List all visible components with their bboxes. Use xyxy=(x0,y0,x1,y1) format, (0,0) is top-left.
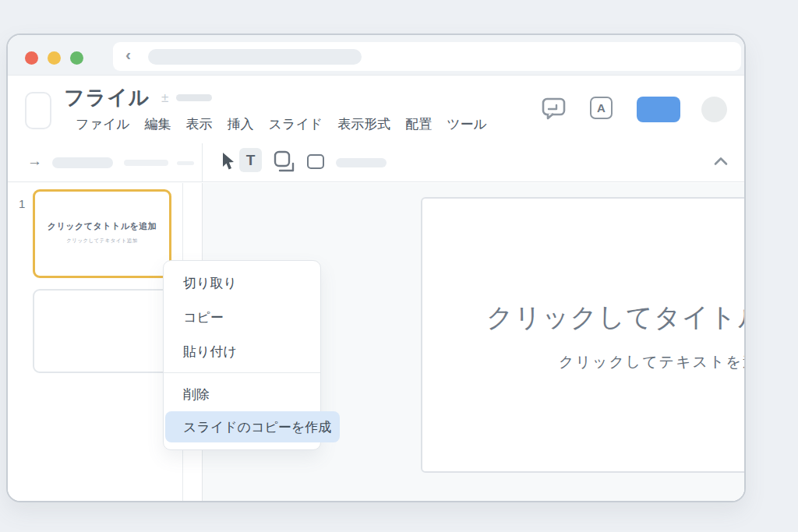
toolbar-placeholder-1 xyxy=(52,157,113,168)
browser-chrome-bar: ‹ xyxy=(113,42,741,71)
title-status-placeholder xyxy=(176,94,212,101)
shape-tool-icon[interactable] xyxy=(307,154,324,169)
toolbar-placeholder-2 xyxy=(124,160,168,166)
comment-icon[interactable] xyxy=(542,97,567,121)
avatar[interactable] xyxy=(701,97,727,122)
app-header: フライル ± ファイル 編集 表示 挿入 スライド 表示形式 配置 ツール A xyxy=(8,76,744,143)
header-actions: A xyxy=(542,76,744,143)
toolbar-divider xyxy=(202,143,203,181)
context-menu-item-duplicate-slide-label: スライドのコピーを作成 xyxy=(183,418,331,436)
context-menu-item-paste[interactable]: 貼り付け xyxy=(183,343,237,361)
back-icon[interactable]: ‹ xyxy=(125,45,131,64)
text-format-icon[interactable]: A xyxy=(590,97,613,119)
menu-view[interactable]: 表示 xyxy=(186,115,213,133)
browser-titlebar: ‹ xyxy=(8,35,744,76)
toolbar: → T xyxy=(8,143,744,182)
slide-body-placeholder[interactable]: クリックしてテキストを追加 xyxy=(422,352,746,372)
minimize-window-button[interactable] xyxy=(48,51,61,65)
slide-thumbnail-1[interactable]: クリックてタトトルを追加 クリックしてテキタイト追加 xyxy=(33,189,171,278)
menu-slide[interactable]: スライド xyxy=(269,115,323,133)
collapse-toolbar-icon[interactable] xyxy=(713,156,729,167)
thumbnail-title-text: クリックてタトトルを追加 xyxy=(48,220,157,232)
toolbar-placeholder-4 xyxy=(336,158,387,167)
menu-tools[interactable]: ツール xyxy=(447,115,487,133)
slide-number: 1 xyxy=(19,197,25,210)
workspace: クリックしてタイトルを追加 クリックしてテキストを追加 1 クリックてタトトルを… xyxy=(8,183,744,501)
browser-window: ‹ フライル ± ファイル 編集 表示 挿入 スライド 表示形式 配置 ツール … xyxy=(6,33,746,502)
context-menu-item-copy[interactable]: コピー xyxy=(183,308,224,326)
sidebar-arrow-icon[interactable]: → xyxy=(27,153,42,170)
menu-edit[interactable]: 編集 xyxy=(145,115,171,133)
document-title[interactable]: フライル xyxy=(64,84,150,111)
context-menu-item-delete[interactable]: 削除 xyxy=(183,386,210,403)
address-bar[interactable] xyxy=(148,49,362,65)
select-tool-icon[interactable] xyxy=(221,152,235,172)
app-logo xyxy=(25,92,51,129)
thumbnail-subtitle-text: クリックしてテキタイト追加 xyxy=(66,238,137,245)
menubar: ファイル 編集 表示 挿入 スライド 表示形式 配置 ツール xyxy=(76,115,487,133)
menu-insert[interactable]: 挿入 xyxy=(228,115,254,133)
context-menu-divider xyxy=(164,372,320,373)
zoom-window-button[interactable] xyxy=(70,51,83,65)
slide-title-placeholder[interactable]: クリックしてタイトルを追加 xyxy=(422,300,746,336)
menu-arrange[interactable]: 配置 xyxy=(405,115,432,133)
share-button[interactable] xyxy=(637,97,680,122)
slide-canvas[interactable]: クリックしてタイトルを追加 クリックしてテキストを追加 xyxy=(421,197,746,473)
slide-thumbnail-2[interactable] xyxy=(33,289,171,373)
text-tool-icon[interactable]: T xyxy=(239,148,262,172)
context-menu: 切り取り コピー 貼り付け 削除 スライドのコピーを作成 xyxy=(163,260,321,450)
star-icon[interactable]: ± xyxy=(161,90,168,106)
menu-file[interactable]: ファイル xyxy=(76,115,130,133)
menu-format[interactable]: 表示形式 xyxy=(337,115,390,133)
duplicate-shape-icon[interactable] xyxy=(273,150,296,173)
close-window-button[interactable] xyxy=(25,51,38,65)
toolbar-placeholder-3 xyxy=(177,161,194,165)
context-menu-item-duplicate-slide[interactable]: スライドのコピーを作成 xyxy=(165,411,340,442)
context-menu-item-cut[interactable]: 切り取り xyxy=(183,274,237,292)
